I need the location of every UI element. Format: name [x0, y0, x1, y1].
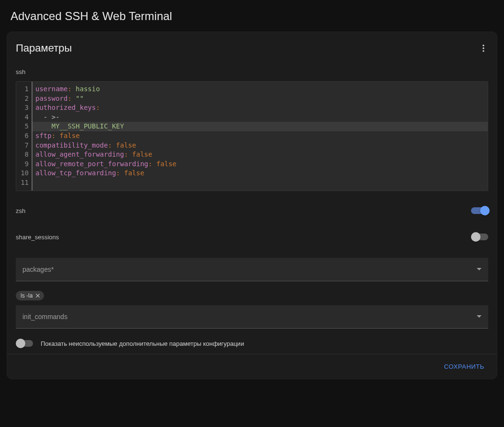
editor-code[interactable]: username: hassiopassword: ""authorized_k…	[33, 82, 488, 191]
line-number: 2	[19, 94, 29, 104]
line-number: 11	[19, 178, 29, 188]
chevron-down-icon	[477, 315, 482, 318]
line-number: 7	[19, 141, 29, 150]
init-commands-select-label: init_commands	[22, 313, 67, 320]
code-line[interactable]	[35, 178, 485, 188]
svg-point-1	[482, 47, 484, 49]
line-number: 10	[19, 169, 29, 178]
show-unused-toggle[interactable]	[16, 340, 33, 347]
svg-point-2	[482, 50, 484, 52]
share-sessions-label: share_sessions	[16, 234, 59, 241]
close-icon	[34, 292, 41, 299]
line-number: 1	[19, 85, 29, 94]
zsh-toggle[interactable]	[471, 207, 488, 214]
chip-label: ls -la	[21, 292, 33, 299]
show-unused-label: Показать неиспользуемые дополнительные п…	[41, 340, 244, 347]
save-button[interactable]: СОХРАНИТЬ	[440, 359, 488, 374]
card-menu-button[interactable]	[474, 39, 493, 58]
line-number: 5	[19, 122, 29, 131]
ssh-yaml-editor[interactable]: 1234567891011 username: hassiopassword: …	[16, 81, 488, 191]
line-number: 8	[19, 150, 29, 160]
chip-remove-button[interactable]	[34, 292, 41, 299]
share-sessions-toggle[interactable]	[471, 234, 488, 240]
line-number: 9	[19, 160, 29, 169]
code-line[interactable]: password: ""	[35, 94, 485, 104]
zsh-label: zsh	[16, 207, 25, 214]
dots-vertical-icon	[479, 43, 488, 53]
ssh-section-label: ssh	[7, 64, 497, 78]
zsh-toggle-row: zsh	[7, 191, 497, 220]
code-line[interactable]: compatibility_mode: false	[35, 141, 485, 150]
init-command-chip: ls -la	[16, 291, 44, 300]
line-number: 3	[19, 103, 29, 113]
code-line[interactable]: allow_tcp_forwarding: false	[35, 169, 485, 178]
card-footer: СОХРАНИТЬ	[7, 354, 497, 379]
code-line[interactable]: authorized_keys:	[35, 103, 485, 113]
line-number: 4	[19, 113, 29, 122]
packages-select-label: packages*	[22, 266, 54, 273]
code-line[interactable]: username: hassio	[35, 85, 485, 94]
card-header: Параметры	[7, 32, 497, 64]
share-sessions-toggle-row: share_sessions	[7, 220, 497, 246]
code-line[interactable]: sftp: false	[35, 131, 485, 141]
show-unused-row: Показать неиспользуемые дополнительные п…	[7, 329, 497, 354]
card-title: Параметры	[16, 42, 72, 54]
config-card: Параметры ssh 1234567891011 username: ha…	[7, 32, 497, 379]
editor-gutter: 1234567891011	[16, 82, 33, 191]
svg-point-0	[482, 45, 484, 46]
code-line[interactable]: allow_agent_forwarding: false	[35, 150, 485, 160]
chevron-down-icon	[477, 268, 482, 270]
code-line[interactable]: allow_remote_port_forwarding: false	[35, 160, 485, 169]
init-commands-chips: ls -la	[7, 281, 497, 300]
line-number: 6	[19, 131, 29, 141]
packages-select[interactable]: packages*	[16, 258, 488, 281]
code-line[interactable]: - >-	[35, 113, 485, 122]
code-line[interactable]: MY__SSH_PUBLIC_KEY	[33, 122, 488, 131]
page-title: Advanced SSH & Web Terminal	[0, 0, 504, 32]
init-commands-select[interactable]: init_commands	[16, 305, 488, 329]
